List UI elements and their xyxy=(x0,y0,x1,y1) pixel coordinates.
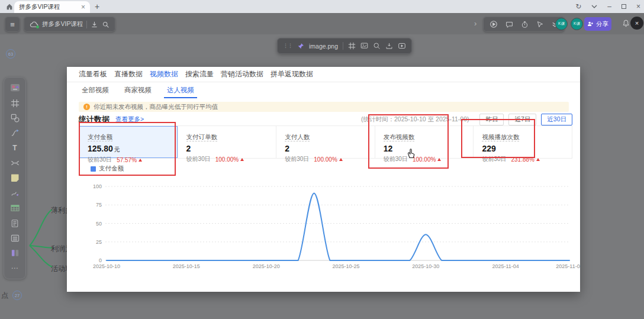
warning-banner: ! 你近期未发布视频，商品曝光低于同行平均值 xyxy=(79,102,569,112)
search-icon[interactable] xyxy=(102,21,110,28)
bell-icon[interactable] xyxy=(622,19,630,27)
svg-text:2025-11-08: 2025-11-08 xyxy=(556,263,580,269)
zoom-badge-top[interactable]: 63 xyxy=(6,49,15,59)
subtab-influencer-videos[interactable]: 达人视频 xyxy=(164,83,197,98)
tab-close-icon[interactable]: × xyxy=(81,4,85,11)
crop-icon[interactable] xyxy=(348,42,356,50)
document-title-group: 拼多多VIP课程 xyxy=(24,17,115,32)
minimize-icon[interactable]: – xyxy=(607,3,611,10)
svg-text:2025-10-20: 2025-10-20 xyxy=(253,263,280,269)
timer-icon[interactable] xyxy=(521,21,529,28)
card-value: 2 xyxy=(186,144,268,153)
chevron-down-icon[interactable] xyxy=(591,5,597,8)
payment-amount-line-chart: 02550751002025-10-102025-10-152025-10-20… xyxy=(67,175,580,272)
pen-icon[interactable] xyxy=(8,186,21,199)
share-person-icon xyxy=(587,21,594,27)
replace-image-icon[interactable] xyxy=(360,42,368,50)
dashboard-tab-bar: 流量看板 直播数据 视频数据 搜索流量 营销活动数据 拼单返现数据 xyxy=(67,67,580,82)
tab-marketing-data[interactable]: 营销活动数据 xyxy=(221,69,263,79)
pin-icon[interactable] xyxy=(297,43,304,50)
refresh-icon[interactable]: ↻ xyxy=(575,3,581,10)
warning-text: 你近期未发布视频，商品曝光低于同行平均值 xyxy=(94,103,218,111)
browser-tab[interactable]: 拼多多VIP课程 × xyxy=(14,1,90,13)
zoom-badge-bottom[interactable]: 27 xyxy=(12,291,22,300)
card-delta: 较前30日100.00% xyxy=(285,155,366,163)
play-icon[interactable] xyxy=(490,20,498,28)
svg-text:2025-10-30: 2025-10-30 xyxy=(412,263,439,269)
cloud-sync-icon xyxy=(30,20,38,29)
share-button[interactable]: 分享 xyxy=(584,17,611,31)
collaborator-avatar[interactable]: K课 xyxy=(555,18,568,30)
table-icon[interactable] xyxy=(8,202,21,215)
svg-text:2025-11-04: 2025-11-04 xyxy=(492,263,519,269)
new-tab-button[interactable]: + xyxy=(95,1,99,12)
drag-handle-icon[interactable]: ⋮⋮ xyxy=(283,43,292,49)
svg-text:100: 100 xyxy=(93,183,102,189)
restore-icon[interactable] xyxy=(622,4,626,9)
menu-button[interactable]: ≡ xyxy=(5,17,20,32)
card-delta: 较前30日100.00% xyxy=(186,155,268,163)
window-close-icon[interactable]: × xyxy=(636,3,640,10)
collaborator-avatar[interactable]: K课 xyxy=(571,18,583,30)
account-close-button[interactable]: × xyxy=(630,17,643,30)
subtab-all-videos[interactable]: 全部视频 xyxy=(79,83,112,98)
svg-text:0: 0 xyxy=(99,257,102,263)
up-arrow-icon xyxy=(240,158,244,161)
list-icon[interactable] xyxy=(8,231,21,244)
annotation-rect-video-plays[interactable] xyxy=(461,119,535,158)
tab-live-data[interactable]: 直播数据 xyxy=(114,69,143,79)
up-arrow-icon xyxy=(339,158,343,161)
card-payment-orders[interactable]: 支付订单数 2 较前30日100.00% xyxy=(178,126,276,158)
window-controls: ↻ – × xyxy=(575,0,640,13)
share-label: 分享 xyxy=(596,20,608,28)
presentation-tools xyxy=(483,17,565,32)
pointer-icon[interactable] xyxy=(536,21,544,28)
present-icon[interactable] xyxy=(398,42,406,50)
connector-icon[interactable] xyxy=(8,127,21,140)
svg-text:25: 25 xyxy=(96,239,102,245)
card-label: 支付人数 xyxy=(285,133,310,141)
browser-tab-bar: 拼多多VIP课程 × + ↻ – × xyxy=(0,0,644,13)
templates-icon[interactable] xyxy=(8,82,21,95)
shapes-icon[interactable] xyxy=(8,111,21,124)
annotation-rect-payment-amount[interactable] xyxy=(79,122,176,176)
svg-text:50: 50 xyxy=(96,221,102,227)
tab-search-traffic[interactable]: 搜索流量 xyxy=(185,69,214,79)
tab-traffic-board[interactable]: 流量看板 xyxy=(79,69,107,79)
arrows-icon[interactable] xyxy=(8,157,21,170)
image-filename: image.png xyxy=(309,43,338,50)
up-arrow-icon xyxy=(536,158,540,161)
document-title[interactable]: 拼多多VIP课程 xyxy=(42,20,83,28)
hamburger-icon: ≡ xyxy=(10,20,15,29)
text-tool-icon[interactable]: T xyxy=(8,141,21,154)
synced-dot xyxy=(36,25,39,28)
download-icon[interactable] xyxy=(91,21,98,28)
dashboard-image[interactable]: 流量看板 直播数据 视频数据 搜索流量 营销活动数据 拼单返现数据 全部视频 商… xyxy=(67,67,580,292)
annotation-rect-published-videos[interactable] xyxy=(368,114,449,169)
tool-palette: T ⋯ xyxy=(4,77,26,279)
video-subtabs: 全部视频 商家视频 达人视频 xyxy=(79,83,197,98)
divider xyxy=(343,42,343,50)
expand-right-icon[interactable]: › xyxy=(474,20,476,27)
zoom-preview-icon[interactable] xyxy=(373,42,381,50)
comment-icon[interactable] xyxy=(505,21,513,28)
card-paying-users[interactable]: 支付人数 2 较前30日100.00% xyxy=(276,126,375,158)
svg-text:2025-10-25: 2025-10-25 xyxy=(332,263,359,269)
frame-icon[interactable] xyxy=(8,96,21,109)
mindmap-node[interactable]: 点 xyxy=(1,291,8,301)
download-image-icon[interactable] xyxy=(385,42,393,50)
subtab-merchant-videos[interactable]: 商家视频 xyxy=(121,83,154,98)
tab-title: 拼多多VIP课程 xyxy=(19,3,79,11)
tab-cashback-data[interactable]: 拼单返现数据 xyxy=(271,69,313,79)
card-label: 支付订单数 xyxy=(186,133,218,141)
tab-video-data[interactable]: 视频数据 xyxy=(150,69,178,79)
range-30d-button[interactable]: 近30日 xyxy=(541,114,572,125)
image-toolbar: ⋮⋮ image.png xyxy=(277,38,412,54)
document-icon[interactable] xyxy=(8,217,21,230)
kanban-icon[interactable] xyxy=(8,247,21,260)
home-icon[interactable] xyxy=(5,2,14,11)
more-tools-icon[interactable]: ⋯ xyxy=(8,262,21,275)
sticky-note-icon[interactable] xyxy=(8,172,21,185)
svg-text:75: 75 xyxy=(96,202,102,208)
warning-icon: ! xyxy=(83,104,90,110)
